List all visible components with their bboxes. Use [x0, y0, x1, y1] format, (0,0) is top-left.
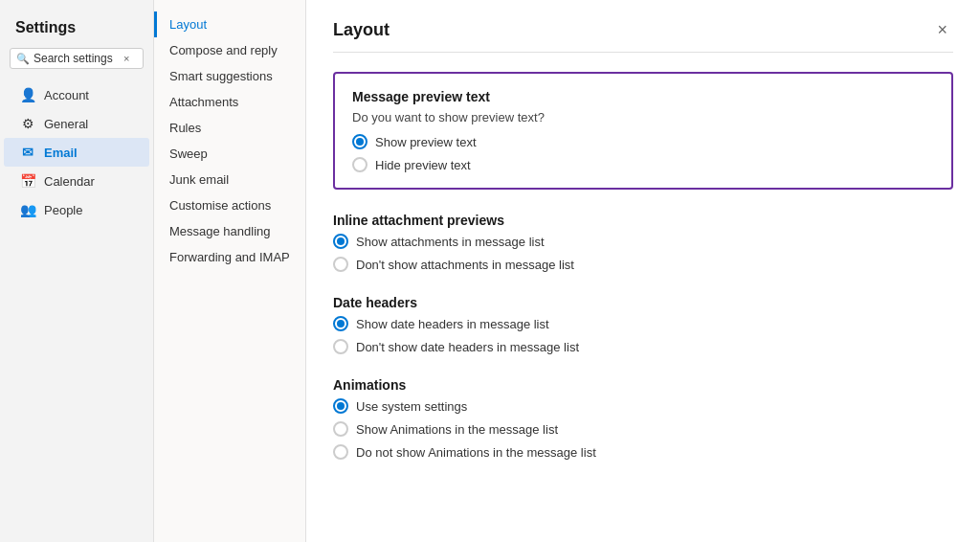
main-content: Layout × Message preview text Do you wan… [306, 0, 980, 542]
people-icon: 👥 [19, 202, 36, 217]
hide-preview-label: Hide preview text [375, 158, 471, 172]
message-preview-radio-group: Show preview text Hide preview text [352, 134, 934, 172]
sidebar-item-calendar-label: Calendar [44, 174, 95, 189]
middle-item-rules-label: Rules [169, 121, 201, 135]
show-preview-radio[interactable] [352, 134, 368, 149]
sidebar-item-account[interactable]: 👤 Account [4, 80, 149, 109]
middle-item-message-handling-label: Message handling [169, 224, 271, 238]
hide-preview-radio[interactable] [352, 157, 368, 172]
middle-item-sweep-label: Sweep [169, 147, 208, 161]
date-headers-radio-group: Show date headers in message list Don't … [333, 316, 953, 354]
dont-show-animations-radio[interactable] [333, 444, 348, 460]
middle-item-forwarding-imap-label: Forwarding and IMAP [169, 250, 290, 264]
dont-show-animations-option[interactable]: Do not show Animations in the message li… [333, 444, 953, 460]
use-system-settings-radio[interactable] [333, 398, 348, 414]
show-animations-label: Show Animations in the message list [356, 422, 558, 437]
middle-item-junk-email-label: Junk email [169, 172, 229, 187]
show-attachments-label: Show attachments in message list [356, 235, 545, 249]
dont-show-date-headers-radio[interactable] [333, 339, 348, 354]
sidebar-item-people[interactable]: 👥 People [4, 195, 149, 224]
show-attachments-radio[interactable] [333, 234, 348, 249]
show-preview-label: Show preview text [375, 135, 477, 149]
section-inline-attachments-title: Inline attachment previews [333, 213, 953, 228]
sidebar-item-email-label: Email [44, 146, 78, 160]
section-animations: Animations Use system settings Show Anim… [333, 377, 953, 460]
dont-show-date-headers-label: Don't show date headers in message list [356, 340, 579, 354]
middle-item-rules[interactable]: Rules [154, 115, 305, 141]
dont-show-attachments-radio[interactable] [333, 257, 348, 272]
middle-item-smart-suggestions-label: Smart suggestions [169, 69, 273, 83]
section-message-preview: Message preview text Do you want to show… [333, 72, 953, 190]
middle-item-compose-reply-label: Compose and reply [169, 43, 278, 57]
sidebar-item-email[interactable]: ✉ Email [4, 138, 149, 167]
show-date-headers-label: Show date headers in message list [356, 317, 549, 331]
sidebar-item-account-label: Account [44, 88, 89, 102]
middle-panel: Layout Compose and reply Smart suggestio… [153, 0, 306, 542]
inline-attachments-radio-group: Show attachments in message list Don't s… [333, 234, 953, 272]
section-animations-title: Animations [333, 377, 953, 393]
section-message-preview-subtitle: Do you want to show preview text? [352, 110, 934, 124]
show-date-headers-option[interactable]: Show date headers in message list [333, 316, 953, 331]
calendar-icon: 📅 [19, 173, 36, 189]
search-clear-icon[interactable]: × [123, 53, 129, 64]
dont-show-attachments-option[interactable]: Don't show attachments in message list [333, 257, 953, 272]
search-icon: 🔍 [16, 53, 30, 65]
middle-item-attachments-label: Attachments [169, 95, 238, 109]
close-button[interactable]: × [931, 19, 953, 40]
middle-item-message-handling[interactable]: Message handling [154, 218, 305, 244]
search-input[interactable] [33, 52, 120, 65]
section-date-headers-title: Date headers [333, 295, 953, 310]
middle-item-compose-reply[interactable]: Compose and reply [154, 37, 305, 63]
email-icon: ✉ [19, 145, 36, 160]
dont-show-attachments-label: Don't show attachments in message list [356, 258, 574, 272]
middle-item-forwarding-imap[interactable]: Forwarding and IMAP [154, 244, 305, 270]
use-system-settings-option[interactable]: Use system settings [333, 398, 953, 414]
main-header: Layout × [333, 19, 953, 53]
sidebar-item-general[interactable]: ⚙ General [4, 109, 149, 138]
section-date-headers: Date headers Show date headers in messag… [333, 295, 953, 354]
show-preview-option[interactable]: Show preview text [352, 134, 934, 149]
show-attachments-option[interactable]: Show attachments in message list [333, 234, 953, 249]
sidebar: Settings 🔍 × 👤 Account ⚙ General ✉ Email… [0, 0, 153, 542]
search-box[interactable]: 🔍 × [10, 48, 144, 69]
middle-item-sweep[interactable]: Sweep [154, 141, 305, 167]
section-inline-attachments: Inline attachment previews Show attachme… [333, 213, 953, 272]
middle-item-layout-label: Layout [169, 17, 207, 32]
account-icon: 👤 [19, 87, 36, 102]
middle-item-smart-suggestions[interactable]: Smart suggestions [154, 63, 305, 89]
middle-item-attachments[interactable]: Attachments [154, 89, 305, 115]
main-title: Layout [333, 20, 390, 40]
animations-radio-group: Use system settings Show Animations in t… [333, 398, 953, 460]
middle-item-layout[interactable]: Layout [154, 11, 305, 37]
sidebar-item-people-label: People [44, 203, 82, 217]
dont-show-date-headers-option[interactable]: Don't show date headers in message list [333, 339, 953, 354]
use-system-settings-label: Use system settings [356, 399, 467, 414]
show-animations-radio[interactable] [333, 421, 348, 437]
sidebar-item-calendar[interactable]: 📅 Calendar [4, 167, 149, 195]
middle-item-customise-actions[interactable]: Customise actions [154, 192, 305, 218]
general-icon: ⚙ [19, 116, 36, 131]
sidebar-item-general-label: General [44, 117, 88, 131]
section-message-preview-title: Message preview text [352, 89, 934, 104]
show-date-headers-radio[interactable] [333, 316, 348, 331]
middle-item-customise-actions-label: Customise actions [169, 198, 271, 213]
middle-item-junk-email[interactable]: Junk email [154, 167, 305, 192]
hide-preview-option[interactable]: Hide preview text [352, 157, 934, 172]
show-animations-option[interactable]: Show Animations in the message list [333, 421, 953, 437]
app-title: Settings [0, 11, 153, 48]
dont-show-animations-label: Do not show Animations in the message li… [356, 445, 596, 460]
